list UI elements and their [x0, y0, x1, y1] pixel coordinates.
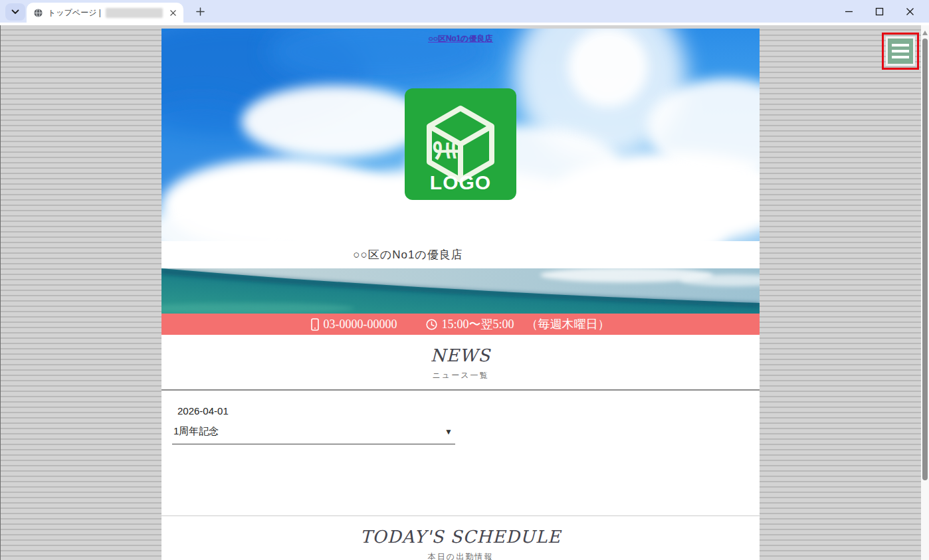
hours-group: 15:00〜翌5:00 （毎週木曜日） — [426, 316, 609, 332]
schedule-title: TODAY'S SCHEDULE — [161, 527, 760, 547]
schedule-section-header: TODAY'S SCHEDULE 本日の出勤情報 — [161, 516, 760, 560]
ocean-image — [161, 268, 760, 314]
page-content: ○○区No1の優良店 ま LOGO ○○区のNo1の優良店 — [161, 29, 760, 560]
plus-icon — [196, 7, 205, 16]
tab-title-redacted — [106, 8, 163, 18]
hamburger-menu-button[interactable] — [886, 37, 915, 66]
browser-tab[interactable]: トップページ | — [27, 3, 183, 23]
chevron-down-icon — [11, 9, 19, 15]
scroll-up-arrow[interactable] — [922, 31, 928, 35]
window-controls — [833, 0, 925, 23]
news-item-date: 2026-04-01 — [177, 405, 760, 417]
scrollbar[interactable] — [921, 25, 929, 560]
phone-number[interactable]: 03-0000-00000 — [323, 318, 397, 331]
page-viewport: ○○区No1の優良店 ま LOGO ○○区のNo1の優良店 — [0, 25, 929, 560]
globe-icon — [33, 8, 43, 18]
browser-tabstrip: トップページ | — [0, 0, 929, 23]
close-icon — [906, 7, 914, 16]
scrollbar-thumb[interactable] — [922, 39, 928, 480]
phone-icon — [311, 318, 319, 331]
business-hours: 15:00〜翌5:00 （毎週木曜日） — [441, 316, 609, 332]
logo-label: LOGO — [430, 171, 491, 193]
new-tab-button[interactable] — [191, 3, 209, 20]
annotation-highlight — [882, 33, 919, 70]
hero-sky-image: ○○区No1の優良店 ま LOGO — [161, 29, 760, 241]
close-icon — [170, 10, 176, 16]
minimize-icon — [845, 7, 853, 16]
phone-group[interactable]: 03-0000-00000 — [311, 318, 397, 331]
logo-mark: ま — [432, 136, 464, 166]
news-list: 2026-04-01 1周年記念 ▼ — [161, 391, 760, 515]
schedule-subtitle: 本日の出勤情報 — [161, 551, 760, 560]
window-minimize-button[interactable] — [833, 0, 864, 23]
maximize-icon — [875, 7, 884, 16]
clock-icon — [426, 319, 437, 330]
hamburger-icon — [892, 44, 909, 47]
news-section-header: NEWS ニュース一覧 — [161, 335, 760, 391]
news-item-title: 1周年記念 — [173, 425, 219, 438]
window-close-button[interactable] — [894, 0, 925, 23]
news-title: NEWS — [161, 345, 760, 365]
news-item-row[interactable]: 1周年記念 ▼ — [172, 425, 455, 444]
hero-top-link[interactable]: ○○区No1の優良店 — [161, 33, 760, 45]
news-subtitle: ニュース一覧 — [161, 370, 760, 381]
tab-close-button[interactable] — [167, 7, 178, 18]
tab-title: トップページ | — [48, 7, 101, 19]
expand-triangle-icon[interactable]: ▼ — [445, 427, 453, 436]
site-tagline: ○○区のNo1の優良店 — [161, 241, 760, 268]
contact-info-bar: 03-0000-00000 15:00〜翌5:00 （毎週木曜日） — [161, 314, 760, 335]
logo-cube-icon: ま LOGO — [405, 88, 516, 200]
tab-search-button[interactable] — [5, 3, 25, 21]
window-maximize-button[interactable] — [864, 0, 894, 23]
